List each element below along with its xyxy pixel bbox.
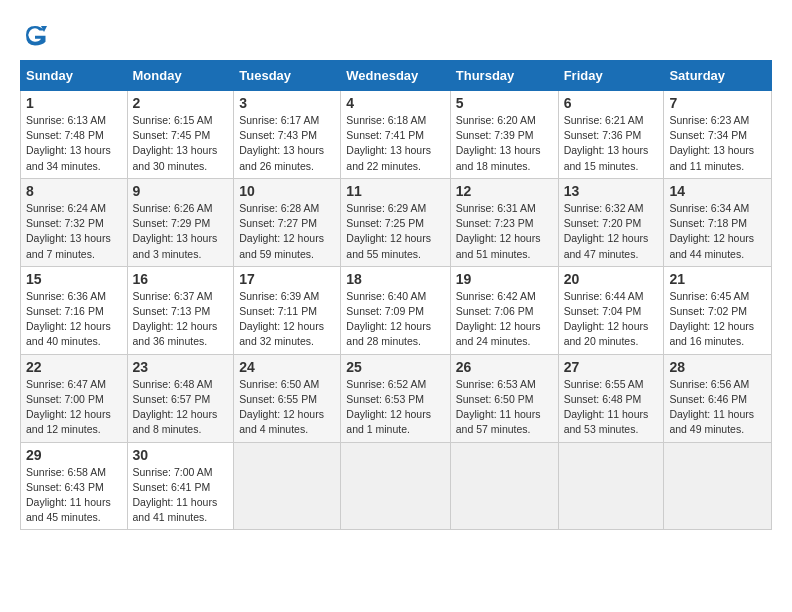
- calendar-cell: 23Sunrise: 6:48 AMSunset: 6:57 PMDayligh…: [127, 354, 234, 442]
- calendar-cell: 26Sunrise: 6:53 AMSunset: 6:50 PMDayligh…: [450, 354, 558, 442]
- calendar-cell: 19Sunrise: 6:42 AMSunset: 7:06 PMDayligh…: [450, 266, 558, 354]
- calendar-cell: 21Sunrise: 6:45 AMSunset: 7:02 PMDayligh…: [664, 266, 772, 354]
- calendar-cell: [234, 442, 341, 530]
- col-header-saturday: Saturday: [664, 61, 772, 91]
- calendar-cell: [558, 442, 664, 530]
- calendar-cell: 7Sunrise: 6:23 AMSunset: 7:34 PMDaylight…: [664, 91, 772, 179]
- calendar-cell: 3Sunrise: 6:17 AMSunset: 7:43 PMDaylight…: [234, 91, 341, 179]
- calendar-cell: 12Sunrise: 6:31 AMSunset: 7:23 PMDayligh…: [450, 178, 558, 266]
- col-header-tuesday: Tuesday: [234, 61, 341, 91]
- calendar-cell: 30Sunrise: 7:00 AMSunset: 6:41 PMDayligh…: [127, 442, 234, 530]
- calendar-cell: 5Sunrise: 6:20 AMSunset: 7:39 PMDaylight…: [450, 91, 558, 179]
- calendar-cell: [450, 442, 558, 530]
- calendar-cell: 20Sunrise: 6:44 AMSunset: 7:04 PMDayligh…: [558, 266, 664, 354]
- col-header-sunday: Sunday: [21, 61, 128, 91]
- calendar-cell: 18Sunrise: 6:40 AMSunset: 7:09 PMDayligh…: [341, 266, 450, 354]
- calendar-cell: 2Sunrise: 6:15 AMSunset: 7:45 PMDaylight…: [127, 91, 234, 179]
- col-header-friday: Friday: [558, 61, 664, 91]
- calendar-cell: 6Sunrise: 6:21 AMSunset: 7:36 PMDaylight…: [558, 91, 664, 179]
- col-header-wednesday: Wednesday: [341, 61, 450, 91]
- calendar-cell: 24Sunrise: 6:50 AMSunset: 6:55 PMDayligh…: [234, 354, 341, 442]
- calendar-cell: [664, 442, 772, 530]
- calendar-cell: 16Sunrise: 6:37 AMSunset: 7:13 PMDayligh…: [127, 266, 234, 354]
- calendar-cell: 11Sunrise: 6:29 AMSunset: 7:25 PMDayligh…: [341, 178, 450, 266]
- calendar-cell: 9Sunrise: 6:26 AMSunset: 7:29 PMDaylight…: [127, 178, 234, 266]
- calendar-cell: 28Sunrise: 6:56 AMSunset: 6:46 PMDayligh…: [664, 354, 772, 442]
- calendar-cell: 27Sunrise: 6:55 AMSunset: 6:48 PMDayligh…: [558, 354, 664, 442]
- calendar-cell: 14Sunrise: 6:34 AMSunset: 7:18 PMDayligh…: [664, 178, 772, 266]
- calendar-cell: 17Sunrise: 6:39 AMSunset: 7:11 PMDayligh…: [234, 266, 341, 354]
- logo: [20, 20, 54, 50]
- calendar-cell: [341, 442, 450, 530]
- calendar-table: SundayMondayTuesdayWednesdayThursdayFrid…: [20, 60, 772, 530]
- col-header-monday: Monday: [127, 61, 234, 91]
- col-header-thursday: Thursday: [450, 61, 558, 91]
- calendar-cell: 25Sunrise: 6:52 AMSunset: 6:53 PMDayligh…: [341, 354, 450, 442]
- calendar-cell: 22Sunrise: 6:47 AMSunset: 7:00 PMDayligh…: [21, 354, 128, 442]
- calendar-cell: 1Sunrise: 6:13 AMSunset: 7:48 PMDaylight…: [21, 91, 128, 179]
- calendar-cell: 15Sunrise: 6:36 AMSunset: 7:16 PMDayligh…: [21, 266, 128, 354]
- calendar-cell: 10Sunrise: 6:28 AMSunset: 7:27 PMDayligh…: [234, 178, 341, 266]
- calendar-cell: 8Sunrise: 6:24 AMSunset: 7:32 PMDaylight…: [21, 178, 128, 266]
- calendar-cell: 29Sunrise: 6:58 AMSunset: 6:43 PMDayligh…: [21, 442, 128, 530]
- calendar-cell: 13Sunrise: 6:32 AMSunset: 7:20 PMDayligh…: [558, 178, 664, 266]
- calendar-cell: 4Sunrise: 6:18 AMSunset: 7:41 PMDaylight…: [341, 91, 450, 179]
